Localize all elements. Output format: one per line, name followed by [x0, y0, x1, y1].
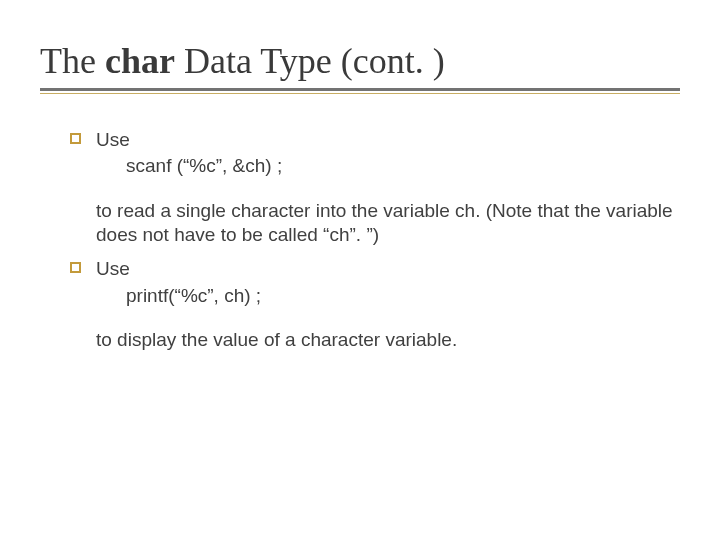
bullet2-continuation: to display the value of a character vari… [54, 328, 680, 352]
bullet1-code: scanf (“%c”, &ch) ; [96, 154, 680, 178]
title-bold: char [105, 41, 175, 81]
square-bullet-icon [70, 133, 81, 144]
title-rule-bottom [40, 93, 680, 94]
bullet1-lead: Use [96, 128, 680, 152]
slide: The char Data Type (cont. ) Use scanf (“… [0, 0, 720, 540]
title-rule [40, 88, 680, 94]
bullet1-continuation: to read a single character into the vari… [54, 199, 680, 248]
bullet2-code: printf(“%c”, ch) ; [96, 284, 680, 308]
title-rule-top [40, 88, 680, 91]
title-pre: The [40, 41, 105, 81]
bullet-item-2: Use printf(“%c”, ch) ; [54, 257, 680, 308]
slide-body: Use scanf (“%c”, &ch) ; to read a single… [40, 128, 680, 352]
title-post: Data Type (cont. ) [175, 41, 445, 81]
slide-title: The char Data Type (cont. ) [40, 40, 680, 82]
bullet2-lead: Use [96, 257, 680, 281]
bullet-item-1: Use scanf (“%c”, &ch) ; [54, 128, 680, 179]
square-bullet-icon [70, 262, 81, 273]
